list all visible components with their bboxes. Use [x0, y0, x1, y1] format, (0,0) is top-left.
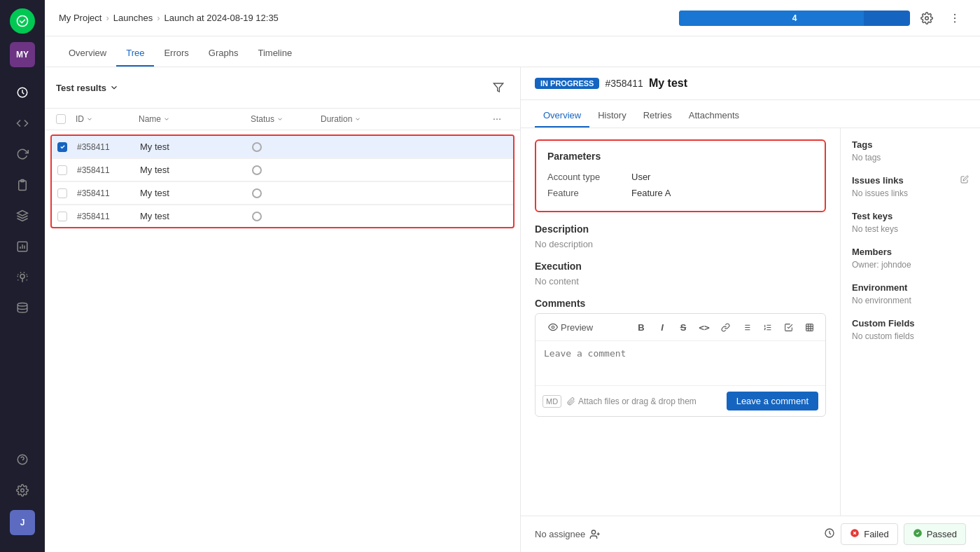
workspace-avatar[interactable]: MY	[10, 42, 35, 67]
sidebar-item-help[interactable]	[8, 446, 36, 474]
timer-icon[interactable]	[824, 527, 835, 541]
table-row[interactable]: #358411 My test	[52, 181, 513, 205]
detail-id: #358411	[605, 78, 643, 89]
more-options-icon[interactable]	[944, 7, 966, 29]
sidebar-item-launch[interactable]	[8, 202, 36, 230]
add-user-icon[interactable]	[589, 529, 601, 540]
custom-fields-title: Custom Fields	[852, 318, 969, 329]
preview-label: Preview	[561, 322, 593, 333]
sidebar-item-clock[interactable]	[8, 78, 36, 106]
row-checkbox-1[interactable]	[57, 142, 77, 152]
chevron-down-icon	[109, 83, 119, 92]
svg-point-18	[493, 118, 495, 120]
tags-value: No tags	[852, 153, 969, 163]
custom-fields-value: No custom fields	[852, 331, 969, 341]
unordered-list-button[interactable]	[737, 318, 755, 336]
code-button[interactable]: <>	[695, 318, 713, 336]
tab-errors[interactable]: Errors	[154, 41, 198, 67]
svg-point-9	[18, 303, 27, 307]
content-area: Test results ID Name	[45, 67, 980, 552]
tab-tree[interactable]: Tree	[116, 41, 154, 67]
app-logo[interactable]	[10, 8, 35, 34]
ordered-list-button[interactable]	[758, 318, 776, 336]
row-status-1	[252, 142, 322, 152]
edit-issues-icon[interactable]	[960, 175, 969, 186]
detail-tab-retries[interactable]: Retries	[635, 104, 680, 127]
sidebar-item-chart[interactable]	[8, 233, 36, 261]
svg-point-0	[18, 16, 28, 27]
row-checkbox-4[interactable]	[57, 212, 77, 221]
members-section: Members Owner: johndoe	[852, 247, 969, 270]
breadcrumb-project[interactable]: My Project	[59, 13, 102, 23]
sort-id-icon	[86, 116, 93, 123]
tab-overview[interactable]: Overview	[59, 41, 116, 67]
sidebar-item-bug[interactable]	[8, 263, 36, 291]
th-status-label: Status	[251, 114, 274, 124]
checklist-button[interactable]	[779, 318, 797, 336]
comment-textarea[interactable]	[536, 341, 825, 383]
detail-tab-history[interactable]: History	[589, 104, 634, 127]
th-duration-label: Duration	[321, 114, 352, 124]
row-id-4: #358411	[77, 212, 140, 221]
description-title: Description	[535, 223, 826, 235]
row-name-4: My test	[140, 211, 252, 221]
sort-status-icon	[276, 116, 284, 123]
bold-button[interactable]: B	[632, 318, 650, 336]
sidebar-item-clipboard[interactable]	[8, 171, 36, 199]
svg-point-19	[496, 118, 498, 120]
filter-icon[interactable]	[488, 77, 509, 98]
custom-fields-section: Custom Fields No custom fields	[852, 318, 969, 341]
failed-label: Failed	[864, 529, 888, 539]
preview-button[interactable]: Preview	[542, 319, 598, 336]
issues-title: Issues links	[852, 175, 969, 186]
tab-graphs[interactable]: Graphs	[199, 41, 248, 67]
sidebar-item-settings[interactable]	[8, 476, 36, 504]
user-avatar[interactable]: J	[10, 510, 35, 535]
detail-tab-overview[interactable]: Overview	[535, 104, 589, 127]
sidebar-item-refresh[interactable]	[8, 140, 36, 168]
highlighted-rows-group: #358411 My test #358411 My test	[50, 134, 514, 228]
environment-value: No environment	[852, 296, 969, 305]
th-status[interactable]: Status	[251, 114, 321, 124]
link-button[interactable]	[716, 318, 734, 336]
sidebar-item-storage[interactable]	[8, 294, 36, 322]
th-id[interactable]: ID	[76, 114, 139, 124]
passed-button[interactable]: Passed	[904, 523, 966, 545]
table-button[interactable]	[800, 318, 818, 336]
test-results-toggle[interactable]: Test results	[56, 83, 119, 93]
sidebar-item-code[interactable]	[8, 109, 36, 137]
topbar: My Project › Launches › Launch at 2024-0…	[45, 0, 980, 36]
italic-button[interactable]: I	[653, 318, 671, 336]
th-more-options[interactable]	[492, 114, 509, 124]
comments-section: Comments Preview B I S	[535, 298, 826, 417]
row-id-2: #358411	[77, 165, 140, 175]
editor-toolbar: Preview B I S <>	[536, 314, 825, 341]
issues-value: No issues links	[852, 188, 969, 198]
th-checkbox	[56, 114, 76, 124]
detail-content: Parameters Account type User Feature Fea…	[521, 128, 980, 516]
table-row[interactable]: #358411 My test	[52, 205, 513, 227]
table-row[interactable]: #358411 My test	[52, 158, 513, 181]
detail-tabs: Overview History Retries Attachments	[521, 100, 980, 128]
row-name-1: My test	[140, 142, 252, 152]
breadcrumb-current: Launch at 2024-08-19 12:35	[164, 13, 278, 23]
breadcrumb-launches[interactable]: Launches	[113, 13, 153, 23]
in-progress-badge: IN PROGRESS	[535, 78, 599, 89]
row-checkbox-3[interactable]	[57, 188, 77, 198]
user-settings-icon[interactable]	[916, 7, 938, 29]
description-section: Description No description	[535, 223, 826, 249]
strikethrough-button[interactable]: S	[674, 318, 692, 336]
tab-timeline[interactable]: Timeline	[248, 41, 302, 67]
svg-marker-17	[493, 83, 503, 92]
svg-rect-31	[806, 324, 813, 331]
table-row[interactable]: #358411 My test	[52, 136, 513, 158]
detail-tab-attachments[interactable]: Attachments	[680, 104, 748, 127]
row-status-4	[252, 212, 322, 221]
select-all-checkbox[interactable]	[56, 114, 66, 124]
leave-comment-button[interactable]: Leave a comment	[727, 392, 818, 410]
th-duration[interactable]: Duration	[321, 114, 405, 124]
attach-button[interactable]: Attach files or drag & drop them	[567, 396, 696, 406]
row-checkbox-2[interactable]	[57, 165, 77, 175]
th-name[interactable]: Name	[139, 114, 251, 124]
failed-button[interactable]: Failed	[841, 523, 897, 545]
